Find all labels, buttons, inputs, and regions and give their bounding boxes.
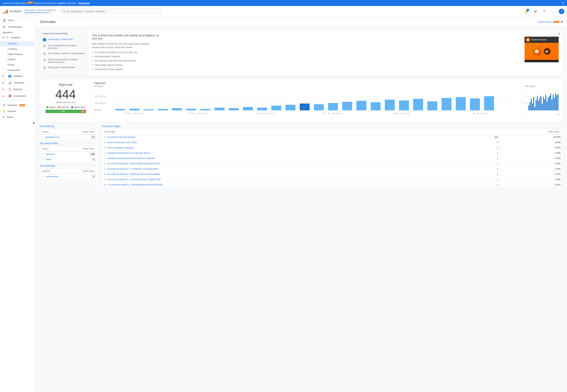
top-pages-title: Top Active Pages: — [102, 125, 563, 127]
desktop-legend: DESKTOP — [58, 106, 69, 108]
edu-bullet-3: the keywords and sites that referred the… — [95, 59, 157, 63]
svg-rect-16 — [172, 108, 182, 110]
chart-next-button[interactable]: › — [520, 100, 524, 104]
step-2-text: See conversions from today's promotion — [48, 44, 85, 49]
edu-step-2[interactable]: 2 See conversions from today's promotion — [43, 43, 85, 51]
app-body: 🏠 Home ⊞ Customization REPORTS ▾ ⏱ Realt… — [0, 17, 567, 392]
page-title: Overview — [40, 20, 55, 24]
site-name[interactable]: www.beckmesser.com ▾ — [25, 11, 57, 14]
edu-step-1[interactable]: 1 Introduction to Real-Time — [43, 37, 85, 43]
shortcut-beta-badge: BETA — [554, 21, 559, 23]
reports-section-label: REPORTS — [0, 30, 36, 34]
svg-rect-56 — [534, 107, 535, 110]
home-icon: 🏠 — [3, 19, 6, 22]
edu-step-3[interactable]: 3 See if today's content is being viewed — [43, 51, 85, 57]
table-row: 8./el-suicido-de-placido-d...EqvOKZyvbSU… — [102, 171, 563, 177]
sidebar-item-discover[interactable]: 💡 Discover — [0, 108, 36, 114]
svg-text:150: 150 — [94, 96, 106, 98]
customization-icon: ⊞ — [3, 25, 6, 28]
charts-panel: Pageviews Per minute 50 100 150 — [91, 79, 563, 122]
svg-rect-20 — [229, 108, 239, 110]
svg-rect-21 — [243, 107, 253, 110]
step-2-num: 2 — [43, 44, 46, 48]
more-options-button[interactable]: ⋮ — [550, 8, 556, 14]
svg-rect-15 — [158, 109, 168, 110]
active-users-count: 444 — [45, 88, 86, 100]
banner-message: Introducing Google signals — [3, 2, 27, 4]
banner-close-icon[interactable]: ✕ — [562, 1, 564, 5]
user-avatar[interactable]: U — [559, 9, 564, 14]
sidebar-item-acquisition[interactable]: ▸ 📊 Acquisition — [0, 79, 34, 86]
svg-text:2: 2 — [525, 109, 526, 111]
analytics-logo-icon — [3, 9, 8, 14]
sidebar-item-overview[interactable]: Overview — [0, 41, 34, 46]
sidebar: 🏠 Home ⊞ Customization REPORTS ▾ ⏱ Realt… — [0, 17, 36, 392]
active-users-label: active users on site — [45, 101, 86, 104]
education-close-icon[interactable]: ✕ — [558, 32, 561, 36]
banner-text: Introducing Google signals BETA Unlock n… — [3, 2, 90, 4]
banner-cta[interactable]: Get Started — [79, 2, 90, 4]
table-row: 2./enlaces-musicales-marzo-2020/ 4 0.90% — [102, 140, 563, 145]
sidebar-item-conversions2[interactable]: ▸ 🎯 Conversions — [0, 93, 34, 99]
sidebar-item-admin[interactable]: ⚙ Admin — [0, 114, 36, 120]
sidebar-label-events: Events — [8, 63, 14, 66]
notifications-button[interactable]: 🔔 2 — [523, 8, 529, 14]
sidebar-item-realtime[interactable]: ▾ ⏱ Realtime — [0, 34, 36, 41]
svg-rect-75 — [558, 94, 558, 110]
edu-bullet-4: which pages they're viewing, — [95, 63, 157, 67]
sidebar-item-customization[interactable]: ⊞ Customization — [0, 24, 34, 30]
sidebar-item-home[interactable]: 🏠 Home — [0, 17, 34, 24]
app-name: Analytics — [10, 10, 22, 13]
video-play-area[interactable]: ▶ — [525, 43, 559, 60]
svg-rect-13 — [129, 109, 139, 110]
sidebar-item-audience[interactable]: ▸ 👥 Audience — [0, 73, 34, 79]
sidebar-collapse-button[interactable]: ◀ — [0, 120, 36, 125]
desktop-color-icon — [58, 106, 59, 108]
sidebar-label-acquisition: Acquisition — [14, 81, 24, 84]
edu-bullets: the number of people on your site right … — [95, 51, 157, 71]
svg-rect-1 — [5, 11, 6, 14]
audience-icon: 👥 — [8, 74, 12, 78]
help-button[interactable]: ? — [541, 8, 547, 14]
top-banner: Introducing Google signals BETA Unlock n… — [0, 0, 567, 6]
search-bar[interactable]: 🔍 — [60, 9, 162, 14]
svg-rect-53 — [531, 99, 532, 110]
svg-rect-58 — [537, 96, 538, 110]
svg-rect-25 — [300, 104, 310, 110]
top-social-table: Source Active Users ↓ 1. Facebook — [40, 146, 98, 162]
tablet-color-icon — [71, 106, 73, 108]
create-shortcut-button[interactable]: Create Shortcut BETA 📌 — [537, 21, 563, 23]
video-more-icon[interactable]: ⋮ — [555, 39, 557, 41]
svg-text:50: 50 — [94, 109, 102, 111]
sidebar-item-conversions[interactable]: Conversions — [0, 67, 34, 73]
svg-rect-68 — [549, 96, 550, 110]
search-input[interactable] — [67, 10, 159, 13]
step-3-text: See if today's content is being viewed — [48, 52, 85, 55]
sidebar-item-locations[interactable]: Locations — [0, 46, 34, 52]
realtime-expand-icon: ▾ — [3, 36, 4, 39]
sidebar-item-content[interactable]: Content — [0, 57, 34, 62]
per-minute-label: Per minute — [94, 85, 520, 87]
sidebar-item-traffic-sources[interactable]: Traffic Sources — [0, 52, 34, 57]
expand-icon: ▸ — [3, 74, 6, 78]
discover-icon: 💡 — [3, 110, 5, 112]
edu-step-4[interactable]: 4 Review performance of today's tweets a… — [43, 57, 85, 65]
apps-button[interactable]: ⊞ — [532, 8, 538, 14]
account-selector[interactable]: All accounts > https://www.beckmess... w… — [25, 9, 57, 14]
video-play-button[interactable]: ▶ — [544, 48, 551, 55]
top-referrals-table: Source Active Users ↓ 1. googleapis.com — [40, 129, 98, 140]
sidebar-label-realtime: Realtime — [11, 36, 20, 39]
svg-rect-38 — [484, 96, 494, 110]
keywords-users-header: Active Users ↓ — [71, 168, 98, 174]
mobile-legend: MOBILE — [46, 106, 56, 108]
sidebar-item-events[interactable]: Events — [0, 62, 34, 67]
edu-next-button[interactable]: › — [552, 32, 557, 37]
svg-rect-12 — [115, 109, 125, 110]
edu-title: This is where you monitor user activity … — [92, 34, 160, 40]
edu-step-5[interactable]: 5 Debug your implementation — [43, 65, 85, 71]
sidebar-item-attribution[interactable]: 🔗 Attribution BETA — [0, 102, 36, 108]
edu-prev-button[interactable]: ‹ — [546, 32, 551, 37]
svg-rect-55 — [533, 97, 534, 110]
sidebar-item-behavior[interactable]: ▸ 📋 Behavior — [0, 86, 34, 93]
table-row: 10./el-suicido-de-placido-d...5X9tzgBd2g… — [102, 182, 563, 187]
